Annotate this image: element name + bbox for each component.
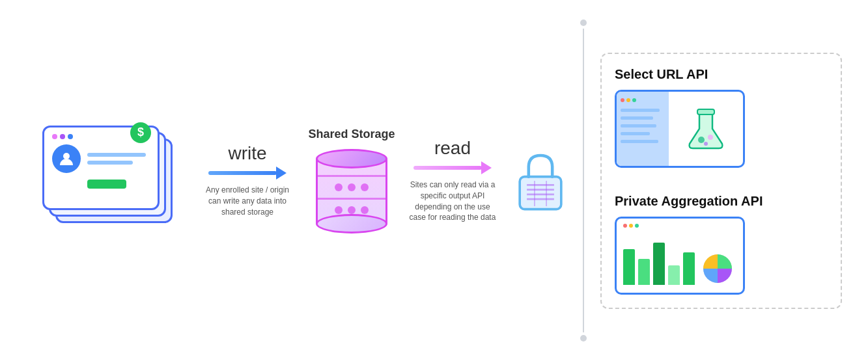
lock-icon <box>511 148 570 213</box>
db-dot-1 <box>335 183 343 191</box>
pa-card-dots <box>623 224 736 228</box>
main-diagram: $ write Any enrolled site / origin can w… <box>0 0 868 361</box>
db-dot-5 <box>348 206 356 214</box>
private-aggregation-api-card <box>615 217 745 295</box>
db-dot-2 <box>348 183 356 191</box>
select-url-api-title: Select URL API <box>615 67 708 82</box>
api-list: Select URL API <box>615 67 828 295</box>
api-line-4 <box>621 132 650 135</box>
dot-blue <box>68 134 73 139</box>
card-fields <box>87 153 150 165</box>
read-arrow <box>413 161 492 174</box>
flask-svg <box>683 106 729 152</box>
select-url-api-item: Select URL API <box>615 67 828 168</box>
db-bottom <box>316 214 387 234</box>
write-arrow-section: write Any enrolled site / origin can wri… <box>195 143 300 217</box>
select-url-api-card <box>615 90 745 168</box>
dot-pink <box>52 134 57 139</box>
field-line-1 <box>87 153 146 157</box>
card-button <box>87 180 126 189</box>
db-dot-4 <box>335 206 343 214</box>
api-line-3 <box>621 124 656 127</box>
api-dot-red <box>621 98 624 102</box>
private-aggregation-api-title: Private Aggregation API <box>615 194 763 209</box>
api-line-1 <box>621 109 660 112</box>
site-cards-stack: $ <box>42 126 179 230</box>
avatar-circle <box>52 144 81 173</box>
field-line-2 <box>87 161 133 165</box>
read-description: Sites can only read via a specific outpu… <box>407 180 498 223</box>
db-dot-row-2 <box>318 206 385 214</box>
card-front: $ <box>42 126 160 210</box>
shared-storage-section: Shared Storage <box>300 127 404 234</box>
lock-section <box>501 148 580 213</box>
vertical-divider <box>583 13 584 348</box>
api-card-left-panel <box>617 92 669 166</box>
write-arrow <box>208 167 287 180</box>
db-stripe-1 <box>316 175 387 177</box>
dot-purple <box>60 134 65 139</box>
vdiv-dot-bottom <box>580 335 587 341</box>
svg-rect-1 <box>520 176 561 209</box>
svg-rect-8 <box>697 109 714 114</box>
api-dot-green <box>632 98 636 102</box>
api-card-right-panel <box>669 92 743 166</box>
money-icon: $ <box>130 122 151 143</box>
read-arrow-section: read Sites can only read via a specific … <box>404 138 501 223</box>
db-dot-row-1 <box>318 183 385 191</box>
db-top <box>316 149 387 168</box>
bar-3 <box>653 243 665 285</box>
db-stripe-2 <box>316 198 387 200</box>
api-dot-yellow <box>626 98 630 102</box>
api-line-5 <box>621 140 658 143</box>
db-dot-3 <box>361 183 369 191</box>
write-description: Any enrolled site / origin can write any… <box>202 185 293 217</box>
svg-point-11 <box>704 142 708 146</box>
shared-storage-title: Shared Storage <box>308 127 395 141</box>
bar-5 <box>683 252 695 285</box>
pa-dot-red <box>623 224 627 228</box>
card-dots <box>52 134 73 139</box>
write-label: write <box>228 143 266 164</box>
pa-dot-green <box>635 224 639 228</box>
bar-chart <box>623 235 736 287</box>
pa-dot-yellow <box>629 224 633 228</box>
svg-point-9 <box>698 137 705 143</box>
enrolled-site-section: $ <box>26 126 195 236</box>
vdiv-dot-top <box>580 20 587 26</box>
bar-1 <box>623 249 635 285</box>
pie-chart <box>701 252 734 285</box>
database-cylinder <box>316 149 387 234</box>
db-dot-6 <box>361 206 369 214</box>
svg-point-0 <box>63 153 70 159</box>
api-card-dots <box>621 98 665 102</box>
private-aggregation-api-item: Private Aggregation API <box>615 194 828 295</box>
right-panel: Select URL API <box>600 53 842 309</box>
bar-2 <box>638 259 650 285</box>
bar-4 <box>668 265 680 285</box>
read-label: read <box>434 138 471 159</box>
api-line-2 <box>621 116 653 120</box>
card-body <box>52 144 150 173</box>
svg-point-10 <box>708 135 713 140</box>
vdiv-line <box>583 29 584 332</box>
